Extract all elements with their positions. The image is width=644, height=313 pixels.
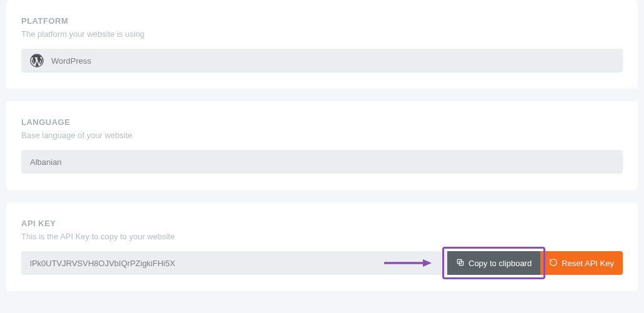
apikey-subtitle: This is the API Key to copy to your webs… bbox=[21, 232, 623, 241]
platform-field[interactable]: WordPress bbox=[21, 49, 623, 72]
platform-title: PLATFORM bbox=[21, 16, 623, 26]
apikey-field[interactable]: lPk0UTVJRVSVH8OJVbIQrPZigkiFHi5X bbox=[21, 251, 447, 275]
language-title: LANGUAGE bbox=[21, 117, 623, 127]
platform-value: WordPress bbox=[51, 56, 91, 66]
language-subtitle: Base language of your website bbox=[21, 131, 623, 140]
wordpress-icon bbox=[30, 54, 44, 67]
reset-icon bbox=[549, 258, 558, 269]
copy-label: Copy to clipboard bbox=[468, 259, 532, 268]
platform-subtitle: The platform your website is using bbox=[21, 29, 623, 39]
apikey-row: lPk0UTVJRVSVH8OJVbIQrPZigkiFHi5X Copy to… bbox=[21, 251, 623, 275]
language-value: Albanian bbox=[30, 157, 62, 167]
platform-card: PLATFORM The platform your website is us… bbox=[6, 0, 638, 89]
copy-icon bbox=[456, 258, 465, 269]
apikey-title: API KEY bbox=[21, 219, 623, 228]
copy-to-clipboard-button[interactable]: Copy to clipboard bbox=[447, 251, 540, 275]
reset-label: Reset API Key bbox=[562, 259, 614, 268]
language-field[interactable]: Albanian bbox=[21, 150, 623, 174]
reset-api-key-button[interactable]: Reset API Key bbox=[540, 251, 623, 275]
apikey-value: lPk0UTVJRVSVH8OJVbIQrPZigkiFHi5X bbox=[30, 259, 175, 268]
language-card: LANGUAGE Base language of your website A… bbox=[6, 101, 638, 190]
apikey-card: API KEY This is the API Key to copy to y… bbox=[6, 202, 638, 291]
